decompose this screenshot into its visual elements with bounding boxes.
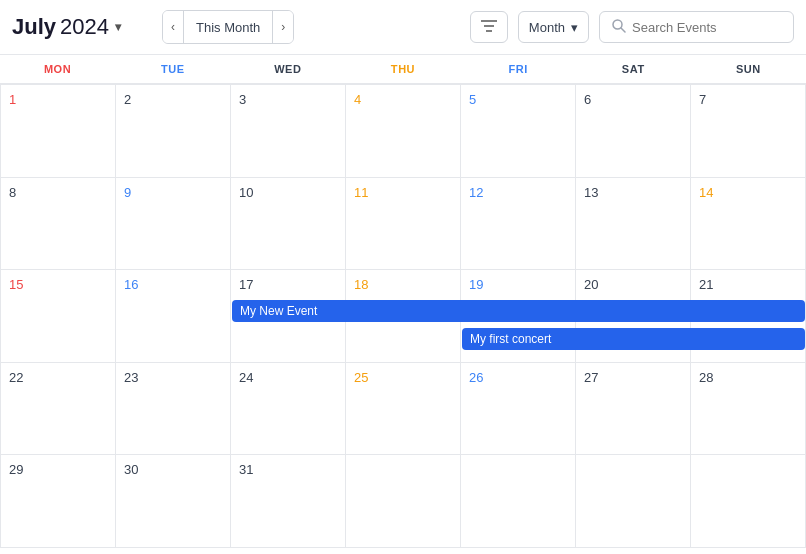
day-number: 5 (469, 92, 476, 107)
day-number: 21 (699, 277, 713, 292)
day-number: 17 (239, 277, 253, 292)
day-number: 31 (239, 462, 253, 477)
day-number: 29 (9, 462, 23, 477)
day-number: 10 (239, 185, 253, 200)
calendar-grid: 123456789101112131415161718192021My New … (0, 84, 806, 548)
search-icon (612, 19, 626, 36)
view-select[interactable]: Month ▾ (518, 11, 589, 43)
day-header-tue: TUE (115, 55, 230, 83)
day-number: 15 (9, 277, 23, 292)
calendar-cell[interactable]: 24 (231, 363, 346, 455)
calendar-cell[interactable]: 1 (1, 85, 116, 177)
day-number: 18 (354, 277, 368, 292)
calendar-cell[interactable]: 12 (461, 178, 576, 270)
calendar-cell[interactable]: 28 (691, 363, 806, 455)
calendar-cell[interactable]: 2 (116, 85, 231, 177)
day-number: 2 (124, 92, 131, 107)
calendar-cell[interactable]: 8 (1, 178, 116, 270)
day-number: 6 (584, 92, 591, 107)
nav-group: ‹ This Month › (162, 10, 294, 44)
calendar-cell[interactable]: 31 (231, 455, 346, 547)
year-label: 2024 (60, 14, 109, 40)
month-name: July (12, 14, 56, 40)
day-number: 19 (469, 277, 483, 292)
filter-button[interactable] (470, 11, 508, 43)
day-number: 1 (9, 92, 16, 107)
day-number: 23 (124, 370, 138, 385)
day-number: 28 (699, 370, 713, 385)
day-number: 14 (699, 185, 713, 200)
search-input[interactable] (632, 20, 781, 35)
event-bar-1[interactable]: My New Event (232, 300, 805, 322)
day-number: 16 (124, 277, 138, 292)
chevron-left-icon: ‹ (171, 20, 175, 34)
calendar-cell[interactable]: 3 (231, 85, 346, 177)
day-number: 24 (239, 370, 253, 385)
week-row-1: 1234567 (1, 85, 806, 178)
calendar-cell[interactable] (576, 455, 691, 547)
calendar-cell[interactable] (461, 455, 576, 547)
day-number: 4 (354, 92, 361, 107)
day-number: 20 (584, 277, 598, 292)
day-number: 12 (469, 185, 483, 200)
calendar-cell[interactable]: 14 (691, 178, 806, 270)
week-row-4: 22232425262728 (1, 363, 806, 456)
day-number: 9 (124, 185, 131, 200)
day-number: 8 (9, 185, 16, 200)
day-number: 26 (469, 370, 483, 385)
day-header-wed: WED (230, 55, 345, 83)
calendar-cell[interactable]: 23 (116, 363, 231, 455)
next-month-button[interactable]: › (273, 11, 293, 43)
day-number: 3 (239, 92, 246, 107)
day-headers: MON TUE WED THU FRI SAT SUN (0, 55, 806, 84)
calendar-cell[interactable]: 25 (346, 363, 461, 455)
this-month-button[interactable]: This Month (183, 11, 273, 43)
filter-icon (481, 19, 497, 36)
day-header-sun: SUN (691, 55, 806, 83)
calendar-cell[interactable]: 11 (346, 178, 461, 270)
calendar-cell[interactable]: 16 (116, 270, 231, 362)
month-title: July 2024 ▾ (12, 14, 152, 40)
month-dropdown-icon[interactable]: ▾ (115, 20, 121, 34)
calendar-cell[interactable]: 26 (461, 363, 576, 455)
day-number: 7 (699, 92, 706, 107)
day-header-fri: FRI (461, 55, 576, 83)
view-label: Month (529, 20, 565, 35)
calendar-cell[interactable]: 4 (346, 85, 461, 177)
calendar-cell[interactable]: 30 (116, 455, 231, 547)
search-box (599, 11, 794, 43)
calendar-cell[interactable]: 6 (576, 85, 691, 177)
week-row-2: 891011121314 (1, 178, 806, 271)
calendar-cell[interactable] (691, 455, 806, 547)
day-header-thu: THU (345, 55, 460, 83)
svg-line-4 (621, 28, 625, 32)
event-bar-2[interactable]: My first concert (462, 328, 805, 350)
calendar-cell[interactable]: 27 (576, 363, 691, 455)
view-dropdown-icon: ▾ (571, 20, 578, 35)
calendar-cell[interactable]: 22 (1, 363, 116, 455)
week-row-3: 15161718192021My New EventMy first conce… (1, 270, 806, 363)
calendar-cell[interactable]: 10 (231, 178, 346, 270)
chevron-right-icon: › (281, 20, 285, 34)
calendar-cell[interactable]: 9 (116, 178, 231, 270)
day-number: 22 (9, 370, 23, 385)
day-number: 27 (584, 370, 598, 385)
day-number: 11 (354, 185, 368, 200)
calendar-cell[interactable] (346, 455, 461, 547)
calendar-cell[interactable]: 7 (691, 85, 806, 177)
day-header-sat: SAT (576, 55, 691, 83)
week-row-5: 293031 (1, 455, 806, 548)
calendar-cell[interactable]: 29 (1, 455, 116, 547)
day-number: 30 (124, 462, 138, 477)
day-number: 25 (354, 370, 368, 385)
calendar-cell[interactable]: 15 (1, 270, 116, 362)
calendar-cell[interactable]: 13 (576, 178, 691, 270)
calendar-cell[interactable]: 5 (461, 85, 576, 177)
calendar-header: July 2024 ▾ ‹ This Month › Month ▾ (0, 0, 806, 55)
day-number: 13 (584, 185, 598, 200)
day-header-mon: MON (0, 55, 115, 83)
prev-month-button[interactable]: ‹ (163, 11, 183, 43)
